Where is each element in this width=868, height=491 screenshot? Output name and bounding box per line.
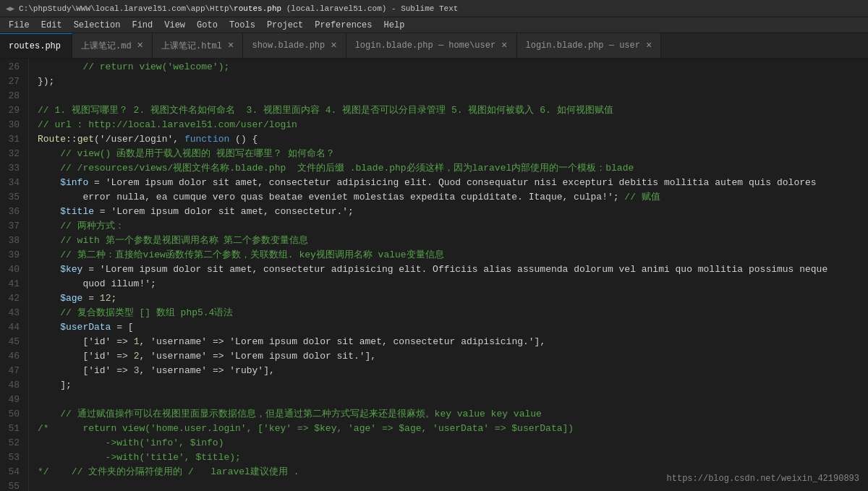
title-path: C:\phpStudy\WWW\local.laravel51.com\app\… [19, 4, 458, 13]
code-line-39b: quod illum!'; [38, 277, 868, 291]
code-line-38: // 第二种：直接给view函数传第二个参数，关联数组. key视图调用名称 v… [38, 248, 868, 262]
tab-label: routes.php [9, 41, 61, 51]
menu-find[interactable]: Find [126, 19, 158, 32]
code-line-26: // return view('welcome'); [38, 60, 868, 74]
menu-project[interactable]: Project [261, 19, 309, 32]
menu-tools[interactable]: Tools [224, 19, 261, 32]
editor: 26 27 28 29 30 31 32 33 34 35 36 37 38 3… [0, 59, 868, 491]
tab-login-user[interactable]: login.blade.php — user × [517, 33, 662, 58]
code-line-34b: error nulla, ea cumque vero quas beatae … [38, 190, 868, 205]
tab-notes-md[interactable]: 上课笔记.md × [72, 33, 153, 58]
close-icon[interactable]: × [137, 40, 143, 51]
code-line-51: ->with('title', $title); [38, 451, 868, 465]
code-line-39: $key = 'Lorem ipsum dolor sit amet, cons… [38, 262, 868, 277]
tab-show-blade[interactable]: show.blade.php × [243, 33, 346, 58]
code-line-48: // 通过赋值操作可以在视图里面显示数据信息，但是通过第二种方式写起来还是很麻烦… [38, 407, 868, 422]
tab-label: show.blade.php [252, 40, 325, 51]
code-line-29: // 1. 视图写哪里？ 2. 视图文件名如何命名 3. 视图里面内容 4. 视… [38, 103, 868, 118]
menu-help[interactable]: Help [378, 19, 411, 32]
code-line-34: $info = 'Lorem ipsum dolor sit amet, con… [38, 176, 868, 190]
close-icon[interactable]: × [228, 40, 234, 51]
menu-view[interactable]: View [158, 19, 191, 32]
code-line-49: /* return view('home.user.login', ['key'… [38, 422, 868, 436]
code-line-44: ['id' => 2, 'username' => 'Lorem ipsum d… [38, 349, 868, 364]
tab-label: 上课笔记.html [161, 40, 222, 52]
code-line-41: // 复合数据类型 [] 数组 php5.4语法 [38, 306, 868, 320]
code-line-27: }); [38, 74, 868, 89]
tab-label: login.blade.php — home\user [355, 40, 495, 51]
code-line-31: Route::get('/user/login', function () { [38, 132, 868, 147]
menu-edit[interactable]: Edit [35, 19, 68, 32]
menu-goto[interactable]: Goto [191, 19, 224, 32]
window-arrows: ◀▶ [6, 4, 14, 13]
code-line-42: $userData = [ [38, 320, 868, 335]
tab-login-home-user[interactable]: login.blade.php — home\user × [346, 33, 517, 58]
code-line-35: $title = 'Lorem ipsum dolor sit amet, co… [38, 205, 868, 219]
code-line-40: $age = 12; [38, 291, 868, 306]
menu-preferences[interactable]: Preferences [309, 19, 378, 32]
tab-bar[interactable]: routes.php 上课笔记.md × 上课笔记.html × show.bl… [0, 33, 868, 59]
code-line-30: // url : http://local.laravel51.com/user… [38, 118, 868, 132]
title-bar: ◀▶ C:\phpStudy\WWW\local.laravel51.com\a… [0, 0, 868, 17]
tab-label: login.blade.php — user [526, 40, 640, 51]
code-area[interactable]: // return view('welcome'); }); // 1. 视图写… [29, 59, 868, 491]
code-line-46: ]; [38, 378, 868, 393]
tab-label: 上课笔记.md [81, 40, 132, 52]
menu-selection[interactable]: Selection [68, 19, 127, 32]
code-line-36: // 两种方式： [38, 219, 868, 234]
watermark: https://blog.csdn.net/weixin_42190893 [667, 474, 859, 484]
code-line-45: ['id' => 3, 'username' => 'ruby'], [38, 364, 868, 378]
close-icon[interactable]: × [646, 40, 652, 51]
code-line-37: // with 第一个参数是视图调用名称 第二个参数变量信息 [38, 234, 868, 248]
line-numbers: 26 27 28 29 30 31 32 33 34 35 36 37 38 3… [0, 59, 29, 491]
tab-routes-php[interactable]: routes.php [0, 33, 72, 58]
close-icon[interactable]: × [331, 40, 336, 51]
close-icon[interactable]: × [501, 40, 507, 51]
code-line-50: ->with('info', $info) [38, 436, 868, 451]
code-line-33: // /resources/views/视图文件名称.blade.php 文件的… [38, 161, 868, 176]
code-line-32: // view() 函数是用于载入视图的 视图写在哪里？ 如何命名？ [38, 147, 868, 161]
menu-file[interactable]: File [3, 19, 35, 32]
code-line-43: ['id' => 1, 'username' => 'Lorem ipsum d… [38, 335, 868, 349]
code-line-47 [38, 393, 868, 407]
tab-notes-html[interactable]: 上课笔记.html × [153, 33, 243, 58]
menu-bar[interactable]: File Edit Selection Find View Goto Tools… [0, 17, 868, 33]
code-line-28 [38, 89, 868, 103]
